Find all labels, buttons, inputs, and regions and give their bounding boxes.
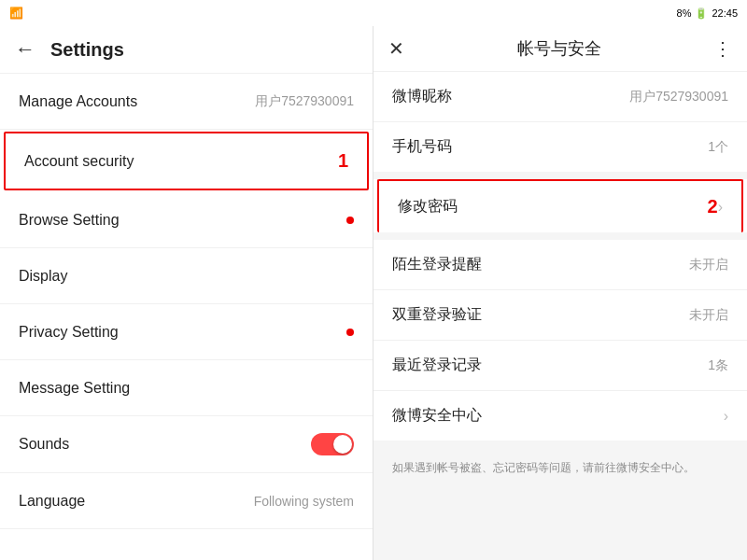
more-button[interactable]: ⋮: [713, 37, 732, 60]
step1-badge: 1: [338, 150, 348, 172]
toggle-track: [311, 433, 354, 455]
right-header: ✕ 帐号与安全 ⋮: [374, 26, 747, 72]
status-bar: 📶 8% 🔋 22:45: [0, 0, 747, 26]
language-label: Language: [19, 493, 85, 510]
phone-number-label: 手机号码: [392, 137, 452, 157]
language-value: Following system: [254, 494, 354, 509]
right-item-recent-logins[interactable]: 最近登录记录 1条: [374, 341, 747, 391]
security-center-chevron: ›: [724, 408, 728, 425]
signal-icon: 📶: [9, 7, 23, 20]
settings-item-account-security[interactable]: Account security 1: [4, 132, 369, 190]
two-factor-value: 未开启: [689, 307, 728, 324]
change-password-chevron: ›: [718, 199, 723, 216]
right-item-weibo-nickname[interactable]: 微博昵称 用户7527930091: [374, 72, 747, 122]
account-security-label: Account security: [24, 153, 134, 170]
security-center-label: 微博安全中心: [392, 406, 482, 426]
change-password-label: 修改密码: [398, 197, 458, 217]
manage-accounts-value: 用户7527930091: [255, 93, 354, 110]
battery-icon: 🔋: [695, 7, 708, 20]
settings-item-browse-setting[interactable]: Browse Setting: [0, 192, 373, 248]
status-left: 📶: [9, 7, 23, 20]
close-button[interactable]: ✕: [388, 37, 404, 60]
right-item-two-factor[interactable]: 双重登录验证 未开启: [374, 290, 747, 341]
right-item-security-center[interactable]: 微博安全中心 ›: [374, 391, 747, 441]
settings-item-message-setting[interactable]: Message Setting: [0, 360, 373, 416]
time: 22:45: [712, 7, 738, 19]
browse-setting-label: Browse Setting: [19, 212, 120, 229]
back-button[interactable]: ←: [15, 37, 35, 62]
right-item-stranger-login[interactable]: 陌生登录提醒 未开启: [374, 240, 747, 290]
browse-setting-dot: [346, 217, 354, 224]
right-item-change-password[interactable]: 修改密码 2 ›: [377, 179, 743, 232]
manage-accounts-label: Manage Accounts: [19, 93, 137, 110]
settings-title: Settings: [50, 39, 124, 61]
settings-item-language[interactable]: Language Following system: [0, 473, 373, 529]
sounds-toggle[interactable]: [311, 433, 354, 455]
stranger-login-value: 未开启: [689, 257, 728, 273]
section-security-settings: 陌生登录提醒 未开启 双重登录验证 未开启 最近登录记录 1条 微博安全中心 ›: [374, 240, 747, 441]
phone-number-value: 1个: [708, 139, 728, 156]
right-panel-title: 帐号与安全: [517, 37, 601, 60]
recent-logins-value: 1条: [708, 357, 728, 374]
battery-percentage: 8%: [677, 7, 692, 19]
settings-list: Manage Accounts 用户7527930091 Account sec…: [0, 74, 373, 560]
weibo-nickname-value: 用户7527930091: [629, 89, 728, 105]
toggle-thumb: [333, 435, 352, 454]
settings-item-manage-accounts[interactable]: Manage Accounts 用户7527930091: [0, 74, 373, 130]
recent-logins-label: 最近登录记录: [392, 356, 482, 375]
two-factor-label: 双重登录验证: [392, 305, 482, 325]
left-header: ← Settings: [0, 26, 373, 74]
right-list: 微博昵称 用户7527930091 手机号码 1个 修改密码 2 › 陌生登录提…: [374, 72, 747, 560]
settings-item-sounds[interactable]: Sounds: [0, 416, 373, 473]
display-label: Display: [19, 268, 67, 285]
left-panel: ← Settings Manage Accounts 用户7527930091 …: [0, 0, 374, 560]
privacy-setting-dot: [346, 329, 354, 336]
status-right: 8% 🔋 22:45: [677, 7, 738, 20]
stranger-login-label: 陌生登录提醒: [392, 255, 482, 274]
privacy-setting-label: Privacy Setting: [19, 324, 119, 341]
right-item-phone-number[interactable]: 手机号码 1个: [374, 122, 747, 172]
weibo-nickname-label: 微博昵称: [392, 87, 452, 106]
footer-note-text: 如果遇到帐号被盗、忘记密码等问题，请前往微博安全中心。: [392, 461, 695, 474]
message-setting-label: Message Setting: [19, 380, 130, 397]
sounds-label: Sounds: [19, 436, 69, 453]
settings-item-privacy-setting[interactable]: Privacy Setting: [0, 304, 373, 360]
footer-note: 如果遇到帐号被盗、忘记密码等问题，请前往微博安全中心。: [374, 448, 747, 488]
step2-badge: 2: [708, 196, 718, 217]
right-panel: ✕ 帐号与安全 ⋮ 微博昵称 用户7527930091 手机号码 1个 修改密码…: [374, 0, 747, 560]
settings-item-display[interactable]: Display: [0, 248, 373, 304]
section-change-password: 修改密码 2 ›: [374, 179, 747, 232]
section-account-info: 微博昵称 用户7527930091 手机号码 1个: [374, 72, 747, 172]
